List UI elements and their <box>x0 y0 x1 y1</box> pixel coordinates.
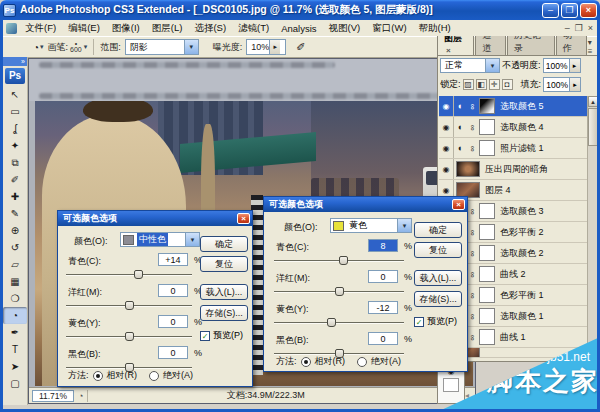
slider-thumb[interactable] <box>134 270 143 279</box>
ps-logo[interactable]: Ps <box>5 68 25 84</box>
exposure-input[interactable]: 10% ▸ <box>246 39 286 55</box>
brush-tool[interactable]: ✎ <box>3 205 27 222</box>
save-button[interactable]: 存储(S)... <box>414 291 462 307</box>
layer-name[interactable]: 选取颜色 5 <box>497 100 544 113</box>
lock-all-icon[interactable]: ◘ <box>502 79 513 90</box>
menu-help[interactable]: 帮助(H) <box>413 22 457 35</box>
layer-name[interactable]: 照片滤镜 1 <box>497 142 544 155</box>
layer-mask-thumbnail[interactable] <box>479 224 495 240</box>
relative-radio[interactable] <box>301 357 311 367</box>
window-titlebar[interactable]: Ps Adobe Photoshop CS3 Extended - [_DSC0… <box>0 0 600 20</box>
eraser-tool[interactable]: ▱ <box>3 256 27 273</box>
minimize-button[interactable]: – <box>542 3 559 18</box>
range-select[interactable]: 阴影 ▾ <box>125 39 199 55</box>
selective-color-dialog-yellows[interactable]: 可选颜色选项 × 颜色(O): 黄色 ▾ 青色(C): 8 % 洋红(M): 0… <box>263 196 468 372</box>
black-value-input[interactable]: 0 <box>368 332 398 345</box>
move-tool[interactable]: ↖ <box>3 86 27 103</box>
chevron-down-icon[interactable]: ▾ <box>397 219 411 232</box>
visibility-eye-icon[interactable]: ◉ <box>439 159 454 179</box>
absolute-radio[interactable] <box>357 357 367 367</box>
yellow-slider[interactable] <box>66 331 192 342</box>
opacity-input[interactable]: 100% ▸ <box>543 58 581 73</box>
ok-button[interactable]: 确定 <box>414 222 462 238</box>
path-selection-tool[interactable]: ➤ <box>3 358 27 375</box>
visibility-eye-icon[interactable]: ◉ <box>439 96 454 116</box>
brush-preview[interactable]: • 600 <box>70 41 82 53</box>
doc-minimize-icon[interactable]: – <box>565 23 570 33</box>
layer-mask-thumbnail[interactable] <box>479 329 495 345</box>
visibility-eye-icon[interactable]: ◉ <box>439 138 454 158</box>
slider-thumb[interactable] <box>125 301 134 310</box>
chevron-down-icon[interactable]: ▾ <box>184 40 198 54</box>
magenta-slider[interactable] <box>274 286 404 297</box>
layer-row-vignette[interactable]: ◉ 压出四周的暗角 <box>439 159 587 180</box>
menu-edit[interactable]: 编辑(E) <box>62 22 106 35</box>
magic-wand-tool[interactable]: ✦ <box>3 137 27 154</box>
slider-thumb[interactable] <box>335 287 344 296</box>
layer-mask-thumbnail[interactable] <box>479 203 495 219</box>
layer-mask-thumbnail[interactable] <box>479 287 495 303</box>
layer-mask-thumbnail[interactable] <box>479 140 495 156</box>
lasso-tool[interactable]: ʆ <box>3 120 27 137</box>
menu-view[interactable]: 视图(V) <box>323 22 367 35</box>
clone-stamp-tool[interactable]: ⊕ <box>3 222 27 239</box>
cyan-slider[interactable] <box>274 255 404 266</box>
spinner-icon[interactable]: ▸ <box>569 59 580 72</box>
checkbox-check-icon[interactable]: ✓ <box>414 317 424 327</box>
dialog-titlebar[interactable]: 可选颜色选项 × <box>264 197 467 212</box>
chevron-down-icon[interactable]: ▾ <box>185 233 199 246</box>
layer-mask-thumbnail[interactable] <box>479 119 495 135</box>
doc-close-icon[interactable]: × <box>588 23 593 33</box>
burn-tool[interactable]: ◔ <box>3 307 27 324</box>
chevron-down-icon[interactable]: ▾ <box>40 43 44 51</box>
chevron-down-icon[interactable]: ▾ <box>84 43 88 51</box>
close-icon[interactable]: × <box>237 213 250 224</box>
history-brush-tool[interactable]: ↺ <box>3 239 27 256</box>
yellow-slider[interactable] <box>274 317 404 328</box>
relative-radio[interactable] <box>93 371 103 381</box>
maximize-button[interactable]: ❐ <box>561 3 578 18</box>
layer-thumbnail[interactable] <box>456 161 480 177</box>
load-button[interactable]: 载入(L)... <box>414 270 462 286</box>
chevron-down-icon[interactable]: ▾ <box>588 38 592 47</box>
lock-transparency-icon[interactable]: ▨ <box>463 79 474 90</box>
layer-name[interactable]: 色彩平衡 2 <box>497 226 544 239</box>
menu-filter[interactable]: 滤镜(T) <box>232 22 275 35</box>
magenta-value-input[interactable]: 0 <box>368 270 398 283</box>
absolute-radio[interactable] <box>149 371 159 381</box>
shape-tool[interactable]: ▢ <box>3 375 27 392</box>
slider-thumb[interactable] <box>339 256 348 265</box>
menu-select[interactable]: 选择(S) <box>188 22 232 35</box>
layer-row-selective-color-4[interactable]: ◉ ◐ ∞ 选取颜色 4 <box>439 117 587 138</box>
preview-checkbox[interactable]: ✓ 预览(P) <box>200 329 243 342</box>
save-button[interactable]: 存储(S)... <box>200 305 248 321</box>
menu-analysis[interactable]: Analysis <box>275 23 322 34</box>
layer-name[interactable]: 选取颜色 4 <box>497 121 544 134</box>
active-tool-icon[interactable]: ◔ <box>33 42 39 53</box>
zoom-level-input[interactable]: 11.71% <box>32 390 74 402</box>
magenta-slider[interactable] <box>66 300 192 311</box>
checkbox-check-icon[interactable]: ✓ <box>200 331 210 341</box>
cyan-slider[interactable] <box>66 269 192 280</box>
black-value-input[interactable]: 0 <box>158 346 188 359</box>
layer-name[interactable]: 选取颜色 1 <box>497 310 544 323</box>
rectangular-marquee-tool[interactable]: ▭ <box>3 103 27 120</box>
close-button[interactable]: × <box>580 3 597 18</box>
selective-color-dialog-neutrals[interactable]: 可选颜色选项 × 颜色(O): 中性色 ▾ 青色(C): +14 % 洋红(M)… <box>57 210 253 387</box>
layer-mask-thumbnail[interactable] <box>479 98 495 114</box>
gradient-tool[interactable]: ▦ <box>3 273 27 290</box>
menu-file[interactable]: 文件(F) <box>19 22 62 35</box>
ok-button[interactable]: 确定 <box>200 236 248 252</box>
menu-layer[interactable]: 图层(L) <box>146 22 189 35</box>
layer-mask-thumbnail[interactable] <box>479 308 495 324</box>
spinner-icon[interactable]: ▸ <box>269 40 280 54</box>
spinner-icon[interactable]: ▸ <box>569 78 580 91</box>
visibility-eye-icon[interactable]: ◉ <box>439 117 454 137</box>
layer-name[interactable]: 压出四周的暗角 <box>482 163 548 176</box>
layer-name[interactable]: 选取颜色 3 <box>497 205 544 218</box>
chevron-down-icon[interactable]: ▾ <box>485 59 499 72</box>
layer-name[interactable]: 色彩平衡 1 <box>497 289 544 302</box>
layer-name[interactable]: 曲线 1 <box>497 331 526 344</box>
reset-button[interactable]: 复位 <box>414 242 462 258</box>
crop-tool[interactable]: ⧉ <box>3 154 27 171</box>
